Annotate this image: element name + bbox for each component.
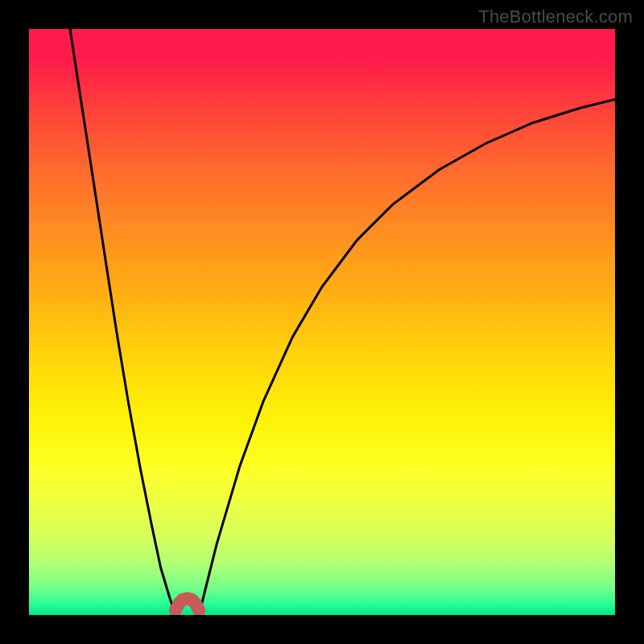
bottleneck-curve-right	[199, 99, 615, 615]
bottleneck-curve-left	[70, 29, 175, 615]
curve-layer	[29, 29, 615, 615]
highlight-u-marker	[175, 598, 199, 610]
watermark-text: TheBottleneck.com	[478, 6, 633, 27]
plot-area	[29, 29, 615, 615]
chart-frame: TheBottleneck.com	[0, 0, 644, 644]
